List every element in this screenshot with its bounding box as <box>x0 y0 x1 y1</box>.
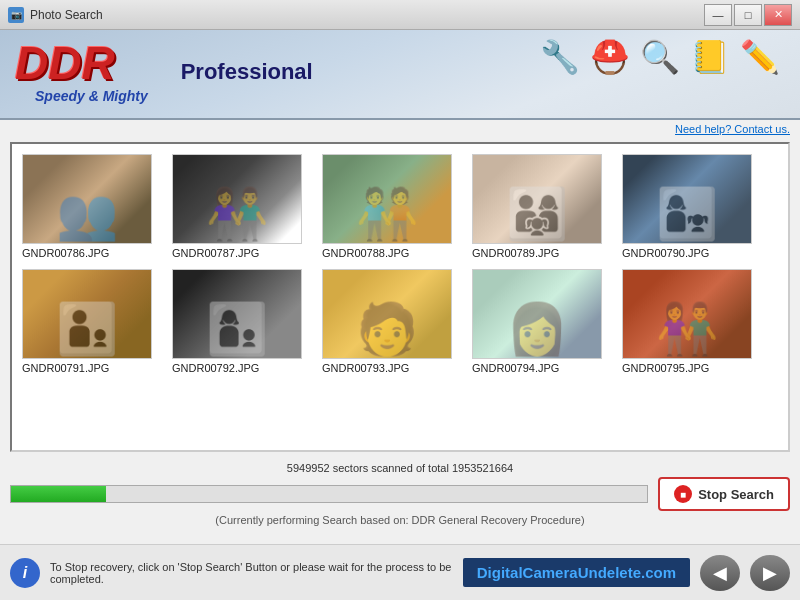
list-item[interactable]: 🧑GNDR00793.JPG <box>322 269 462 374</box>
person-silhouette: 🧑‍🤝‍🧑 <box>356 185 418 243</box>
photo-thumbnail: 👩‍👦 <box>172 269 302 359</box>
hard-hat-icon: ⛑️ <box>590 38 630 76</box>
pencil-icon: ✏️ <box>740 38 780 76</box>
photo-thumbnail: 👩‍👧 <box>622 154 752 244</box>
photo-filename: GNDR00790.JPG <box>622 247 709 259</box>
photo-thumbnail: 👫 <box>172 154 302 244</box>
close-button[interactable]: ✕ <box>764 4 792 26</box>
website-badge: DigitalCameraUndelete.com <box>463 558 690 587</box>
nav-back-button[interactable]: ◀ <box>700 555 740 591</box>
list-item[interactable]: 👨‍👦GNDR00791.JPG <box>22 269 162 374</box>
photo-filename: GNDR00792.JPG <box>172 362 259 374</box>
photo-grid: 👥GNDR00786.JPG👫GNDR00787.JPG🧑‍🤝‍🧑GNDR007… <box>22 154 778 374</box>
list-item[interactable]: 👨‍👩‍👧GNDR00789.JPG <box>472 154 612 259</box>
person-silhouette: 👫 <box>656 300 718 358</box>
brand-logo: DDR Professional Speedy & Mighty <box>15 40 313 104</box>
brand-professional: Professional <box>181 59 313 85</box>
help-link[interactable]: Need help? Contact us. <box>675 123 790 135</box>
progress-bar-fill <box>11 486 106 502</box>
photo-filename: GNDR00795.JPG <box>622 362 709 374</box>
window-title: Photo Search <box>30 8 704 22</box>
list-item[interactable]: 👥GNDR00786.JPG <box>22 154 162 259</box>
stop-icon: ■ <box>674 485 692 503</box>
book-icon: 📒 <box>690 38 730 76</box>
stop-button-label: Stop Search <box>698 487 774 502</box>
photo-thumbnail: 👨‍👦 <box>22 269 152 359</box>
photo-filename: GNDR00793.JPG <box>322 362 409 374</box>
person-silhouette: 👩‍👧 <box>656 185 718 243</box>
progress-area: 5949952 sectors scanned of total 1953521… <box>0 456 800 530</box>
bottom-bar: i To Stop recovery, click on 'Stop Searc… <box>0 544 800 600</box>
photo-thumbnail: 👫 <box>622 269 752 359</box>
app-icon: 📷 <box>8 7 24 23</box>
minimize-button[interactable]: — <box>704 4 732 26</box>
progress-procedure: (Currently performing Search based on: D… <box>215 514 584 526</box>
magnifier-icon: 🔍 <box>640 38 680 76</box>
list-item[interactable]: 👫GNDR00795.JPG <box>622 269 762 374</box>
photo-filename: GNDR00786.JPG <box>22 247 109 259</box>
info-icon: i <box>10 558 40 588</box>
list-item[interactable]: 🧑‍🤝‍🧑GNDR00788.JPG <box>322 154 462 259</box>
photo-filename: GNDR00794.JPG <box>472 362 559 374</box>
info-message: To Stop recovery, click on 'Stop Search'… <box>50 561 453 585</box>
photo-thumbnail: 🧑‍🤝‍🧑 <box>322 154 452 244</box>
photo-thumbnail: 👥 <box>22 154 152 244</box>
website-text: DigitalCameraUndelete.com <box>477 564 676 581</box>
photo-filename: GNDR00788.JPG <box>322 247 409 259</box>
photo-filename: GNDR00787.JPG <box>172 247 259 259</box>
maximize-button[interactable]: □ <box>734 4 762 26</box>
list-item[interactable]: 👩‍👧GNDR00790.JPG <box>622 154 762 259</box>
progress-bar-container <box>10 485 648 503</box>
photo-filename: GNDR00789.JPG <box>472 247 559 259</box>
header-banner: DDR Professional Speedy & Mighty 🔧 ⛑️ 🔍 … <box>0 30 800 120</box>
nav-forward-button[interactable]: ▶ <box>750 555 790 591</box>
list-item[interactable]: 👩‍👦GNDR00792.JPG <box>172 269 312 374</box>
person-silhouette: 👨‍👩‍👧 <box>506 185 568 243</box>
brand-ddr: DDR <box>15 40 115 86</box>
stop-search-button[interactable]: ■ Stop Search <box>658 477 790 511</box>
progress-text: 5949952 sectors scanned of total 1953521… <box>287 462 513 474</box>
main-content: 👥GNDR00786.JPG👫GNDR00787.JPG🧑‍🤝‍🧑GNDR007… <box>0 138 800 456</box>
title-bar: 📷 Photo Search — □ ✕ <box>0 0 800 30</box>
window-controls: — □ ✕ <box>704 4 792 26</box>
photo-thumbnail: 👩 <box>472 269 602 359</box>
header-tools: 🔧 ⛑️ 🔍 📒 ✏️ <box>540 38 780 76</box>
person-silhouette: 👫 <box>206 185 268 243</box>
help-bar: Need help? Contact us. <box>0 120 800 138</box>
screwdriver-icon: 🔧 <box>540 38 580 76</box>
person-silhouette: 👩 <box>506 300 568 358</box>
photo-thumbnail: 🧑 <box>322 269 452 359</box>
person-silhouette: 👥 <box>56 185 118 243</box>
progress-row: ■ Stop Search <box>10 477 790 511</box>
photo-thumbnail: 👨‍👩‍👧 <box>472 154 602 244</box>
person-silhouette: 👨‍👦 <box>56 300 118 358</box>
photo-grid-container[interactable]: 👥GNDR00786.JPG👫GNDR00787.JPG🧑‍🤝‍🧑GNDR007… <box>10 142 790 452</box>
list-item[interactable]: 👫GNDR00787.JPG <box>172 154 312 259</box>
list-item[interactable]: 👩GNDR00794.JPG <box>472 269 612 374</box>
person-silhouette: 👩‍👦 <box>206 300 268 358</box>
person-silhouette: 🧑 <box>356 300 418 358</box>
photo-filename: GNDR00791.JPG <box>22 362 109 374</box>
brand-tagline: Speedy & Mighty <box>35 88 313 104</box>
